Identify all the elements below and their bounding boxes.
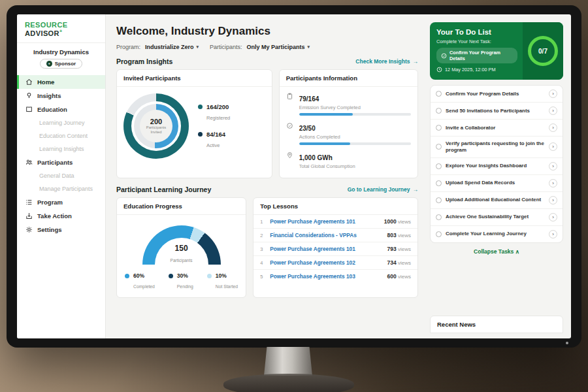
arrow-right-icon: → (413, 58, 419, 65)
learning-cards-row: Education Progress 150 Participants (116, 197, 418, 298)
stat-actions-completed: 23/50 Actions Completed (286, 122, 411, 145)
check-more-insights-link[interactable]: Check More Insights → (355, 58, 418, 65)
stat-value: 23/50 (299, 125, 316, 132)
actions-progress-bar (299, 142, 411, 145)
lesson-views-value: 793 (387, 246, 397, 252)
sidebar-item-manage-participants[interactable]: Manage Participants (17, 182, 105, 195)
task-checkbox[interactable] (436, 231, 442, 237)
todo-title: Your To Do List (436, 28, 517, 36)
lesson-views-value: 734 (387, 259, 397, 266)
chevron-right-icon[interactable]: › (549, 196, 557, 204)
lesson-views-value: 803 (387, 232, 397, 238)
monitor-frame: RESOURCE ADVISOR+ Industry Dynamics + Sp… (7, 5, 581, 348)
sidebar-item-learning-insights[interactable]: Learning Insights (17, 142, 105, 155)
progress-fill (299, 142, 351, 145)
chevron-right-icon[interactable]: › (549, 90, 557, 98)
chevron-down-icon: ▾ (308, 44, 310, 50)
task-checkbox[interactable] (436, 180, 442, 186)
chevron-up-icon: ∧ (515, 248, 519, 255)
sidebar-item-take-action[interactable]: Take Action (17, 209, 105, 223)
lesson-link[interactable]: Power Purchase Agreements 103 (270, 273, 382, 280)
clipboard-icon (286, 92, 294, 116)
gauge-legend: 60% Completed 30% Pending (123, 272, 239, 291)
task-label: Explore Your Insights Dashboard (446, 163, 545, 169)
legend-item-active: 84/164 Active (198, 131, 230, 150)
chevron-right-icon[interactable]: › (549, 162, 557, 171)
account-section: Industry Dynamics + Sponsor (17, 43, 105, 73)
task-checkbox[interactable] (436, 214, 442, 220)
legend-value: 10% (216, 272, 238, 279)
go-to-learning-journey-link[interactable]: Go to Learning Journey → (348, 186, 418, 193)
legend-dot (198, 132, 203, 137)
invited-participants-donut: 200 Participants Invited (123, 93, 189, 159)
check-circle-icon (441, 53, 447, 59)
todo-task[interactable]: Upload Additional Educational Content › (431, 192, 563, 209)
section-title: Participant Learning Journey (116, 186, 211, 193)
sidebar-item-education[interactable]: Education (17, 103, 105, 116)
gear-icon (25, 226, 33, 233)
sidebar-item-settings[interactable]: Settings (17, 223, 105, 237)
card-title: Invited Participants (117, 70, 272, 87)
next-task-chip[interactable]: Confirm Your Program Details (436, 48, 517, 63)
lesson-link[interactable]: Power Purchase Agreements 101 (270, 246, 382, 252)
lesson-link[interactable]: Power Purchase Agreements 102 (270, 259, 382, 266)
todo-task[interactable]: Upload Spend Data Records › (431, 175, 563, 192)
todo-panel: 0/7 Your To Do List Complete Your Next T… (426, 14, 571, 338)
legend-dot (207, 274, 212, 278)
scene-background: RESOURCE ADVISOR+ Industry Dynamics + Sp… (0, 0, 588, 392)
chevron-right-icon[interactable]: › (549, 142, 557, 151)
task-checkbox[interactable] (436, 163, 442, 169)
sidebar-item-insights[interactable]: Insights (17, 89, 105, 103)
card-title: Top Lessons (253, 198, 417, 215)
lesson-link[interactable]: Financial Considerations - VPPAs (270, 232, 382, 238)
program-insights-header: Program Insights Check More Insights → (116, 57, 418, 65)
sidebar-item-general-data[interactable]: General Data (17, 169, 105, 182)
top-lessons-card: Top Lessons 1 Power Purchase Agreements … (253, 197, 418, 298)
task-label: Verify participants requesting to join t… (446, 140, 545, 154)
sidebar-item-home[interactable]: Home (17, 75, 105, 89)
task-checkbox[interactable] (436, 144, 442, 150)
participants-select[interactable]: Only My Participants ▾ (247, 44, 310, 50)
chevron-right-icon[interactable]: › (549, 106, 557, 115)
sidebar-item-program[interactable]: Program (17, 195, 105, 209)
sidebar-item-participants[interactable]: Participants (17, 155, 105, 169)
task-label: Complete Your Learning Journey (446, 231, 545, 237)
todo-task[interactable]: Explore Your Insights Dashboard › (431, 158, 563, 175)
next-task-label: Confirm Your Program Details (449, 50, 513, 61)
brand-primary: RESOURCE (25, 21, 68, 29)
emission-survey-progress-bar (299, 113, 411, 116)
invited-participants-body: 200 Participants Invited 164/200 Registe (117, 87, 272, 167)
todo-task[interactable]: Verify participants requesting to join t… (431, 137, 563, 158)
task-checkbox[interactable] (436, 91, 442, 97)
lesson-link[interactable]: Power Purchase Agreements 101 (270, 218, 380, 225)
todo-task[interactable]: Complete Your Learning Journey › (431, 226, 563, 242)
stat-label: Actions Completed (299, 134, 411, 140)
chevron-right-icon[interactable]: › (549, 213, 557, 221)
lesson-rank: 4 (260, 260, 265, 266)
todo-task[interactable]: Confirm Your Program Details › (431, 86, 563, 103)
location-pin-icon (286, 151, 294, 169)
chevron-right-icon[interactable]: › (549, 123, 557, 132)
stat-label: Emission Survey Completed (299, 105, 411, 110)
todo-task-list: Confirm Your Program Details › Send 50 I… (430, 85, 563, 243)
task-checkbox[interactable] (436, 125, 442, 131)
sidebar-item-label: Education Content (39, 133, 88, 139)
brand-secondary: ADVISOR (25, 29, 59, 37)
task-checkbox[interactable] (436, 108, 442, 114)
chevron-right-icon[interactable]: › (549, 230, 557, 238)
sidebar-item-education-content[interactable]: Education Content (17, 129, 105, 142)
filter-bar: Program: Industrialize Zero ▾ Participan… (116, 44, 418, 50)
legend-label: Registered (206, 115, 230, 121)
task-checkbox[interactable] (436, 197, 442, 203)
todo-task[interactable]: Send 50 Invitations to Participants › (431, 103, 563, 120)
chevron-right-icon[interactable]: › (549, 179, 557, 188)
sidebar-item-learning-journey[interactable]: Learning Journey (17, 116, 105, 129)
collapse-tasks-link[interactable]: Collapse Tasks ∧ (430, 243, 563, 257)
todo-task[interactable]: Invite a Collaborator › (431, 120, 563, 137)
link-label: Check More Insights (355, 58, 410, 65)
clock-icon (436, 67, 442, 73)
recent-news-title: Recent News (437, 321, 476, 328)
gauge-center: 150 Participants (142, 244, 221, 265)
program-select[interactable]: Industrialize Zero ▾ (145, 44, 199, 50)
todo-task[interactable]: Achieve One Sustainability Target › (431, 209, 563, 226)
